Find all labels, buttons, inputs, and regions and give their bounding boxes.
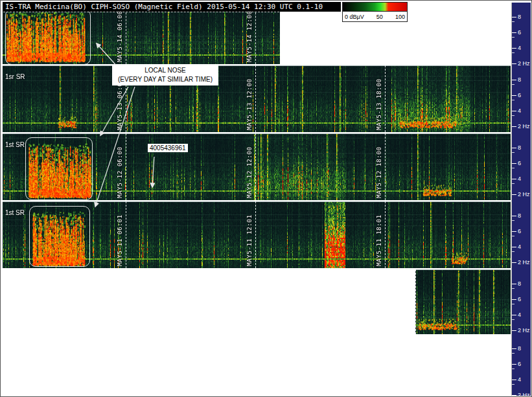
freq-tick: 2 Hz xyxy=(512,327,530,334)
freq-tick-label: 2 Hz xyxy=(518,191,530,198)
freq-tick-mark xyxy=(512,216,516,216)
time-label: MAY5-11 06:01 xyxy=(116,209,123,266)
freq-tick-label: 4 xyxy=(518,176,521,182)
freq-tick: 8 xyxy=(512,76,521,83)
freq-tick-label: 4 xyxy=(518,108,521,114)
time-label: MAY5-14 12:00 xyxy=(246,6,253,62)
freq-tick-mark xyxy=(512,315,516,315)
colorbar-gradient xyxy=(342,2,408,12)
time-label: MAY5-13 18:00 xyxy=(375,73,382,130)
colorbar: 0 dBµV 50 100 xyxy=(342,2,408,22)
freq-tick-label: 8 xyxy=(518,76,521,83)
freq-tick-label: 6 xyxy=(518,228,521,234)
freq-tick: 6 xyxy=(512,228,521,234)
freq-tick-label: 6 xyxy=(518,92,521,98)
schumann-resonance-label: 1st SR xyxy=(5,141,25,148)
freq-tick-mark xyxy=(512,48,516,49)
freq-tick-label: 8 xyxy=(518,280,521,287)
row-edge-gridline xyxy=(415,269,416,334)
freq-tick-mark xyxy=(512,95,516,96)
time-gridline xyxy=(126,133,126,200)
freq-tick-label: 4 xyxy=(518,244,521,250)
freq-tick: 6 xyxy=(512,160,521,166)
number-annotation: 4005436961 xyxy=(148,144,188,152)
colorbar-scale: 0 dBµV 50 100 xyxy=(342,12,408,22)
freq-tick-label: 6 xyxy=(518,296,521,302)
freq-tick: 4 xyxy=(512,312,521,318)
freq-tick-label: 2 Hz xyxy=(518,259,530,266)
freq-tick-label: 6 xyxy=(518,29,521,36)
freq-minor-tick xyxy=(512,84,515,85)
spectrogram-row-partial-4 xyxy=(415,269,511,334)
freq-tick-mark xyxy=(512,330,516,331)
time-gridline xyxy=(385,201,386,268)
burst-highlight-box xyxy=(5,9,91,65)
title-underline xyxy=(3,12,279,12)
frequency-axis: 8642 Hz8642 Hz8642 Hz8642 Hz8642 Hz8642 … xyxy=(511,3,531,396)
burst-highlight-box xyxy=(29,206,90,267)
freq-tick: 8 xyxy=(512,14,521,20)
spectrogram-row-MAY5-13 xyxy=(3,65,511,132)
freq-tick-mark xyxy=(512,32,516,33)
time-gridline xyxy=(255,201,256,268)
freq-tick-mark xyxy=(512,17,516,17)
freq-tick-mark xyxy=(512,284,516,284)
colorbar-mid-label: 50 xyxy=(376,14,383,20)
freq-minor-tick xyxy=(512,115,515,116)
freq-tick-label: 8 xyxy=(518,144,521,151)
freq-minor-tick xyxy=(512,21,515,22)
freq-tick: 2 Hz xyxy=(512,259,530,266)
freq-tick: 6 xyxy=(512,296,521,302)
freq-tick-label: 8 xyxy=(518,345,521,352)
freq-tick-mark xyxy=(512,395,516,396)
time-label: MAY5-12 18:00 xyxy=(375,141,382,198)
freq-tick: 2 Hz xyxy=(512,191,530,198)
local-noise-callout-line1: LOCAL NOSE xyxy=(113,66,218,75)
time-label: MAY5-13 12:00 xyxy=(246,73,253,130)
freq-tick-label: 2 Hz xyxy=(518,392,530,397)
time-label: MAY5-11 18:01 xyxy=(375,209,382,266)
freq-tick: 8 xyxy=(512,144,521,151)
freq-tick: 4 xyxy=(512,108,521,114)
freq-tick: 8 xyxy=(512,345,521,352)
freq-minor-tick xyxy=(512,236,515,236)
time-gridline xyxy=(126,201,126,268)
freq-minor-tick xyxy=(512,288,515,289)
schumann-resonance-label: 1st SR xyxy=(5,209,25,216)
time-gridline xyxy=(255,65,256,132)
row-edge-gridline xyxy=(280,3,281,64)
freq-minor-tick xyxy=(512,52,515,53)
colorbar-max-label: 100 xyxy=(395,14,405,20)
freq-minor-tick xyxy=(512,183,515,184)
freq-tick-mark xyxy=(512,247,516,247)
freq-tick: 6 xyxy=(512,361,521,367)
freq-tick-label: 6 xyxy=(518,361,521,367)
freq-tick-mark xyxy=(512,148,516,148)
freq-minor-tick xyxy=(512,168,515,168)
local-noise-callout-line2: (EVERY DAY AT SIMILAR TIME) xyxy=(113,75,218,84)
time-gridline xyxy=(385,133,386,200)
freq-tick-label: 6 xyxy=(518,160,521,166)
freq-tick: 2 Hz xyxy=(512,60,530,67)
freq-tick-label: 8 xyxy=(518,14,521,20)
freq-tick-mark xyxy=(512,80,516,80)
freq-minor-tick xyxy=(512,251,515,252)
freq-tick-mark xyxy=(512,126,516,127)
freq-tick: 4 xyxy=(512,376,521,383)
freq-tick-label: 2 Hz xyxy=(518,123,530,130)
freq-minor-tick xyxy=(512,100,515,100)
freq-tick-mark xyxy=(512,380,516,380)
freq-tick-label: 2 Hz xyxy=(518,60,530,67)
freq-tick: 4 xyxy=(512,176,521,182)
freq-tick-mark xyxy=(512,111,516,111)
spectrogram-viewer: IS-TRA Medicina(BO) CIPH-SOSO (Magnetic … xyxy=(0,0,532,397)
freq-tick-mark xyxy=(512,163,516,164)
freq-tick-mark xyxy=(512,179,516,179)
freq-tick: 4 xyxy=(512,244,521,250)
freq-tick: 4 xyxy=(512,45,521,51)
time-label: MAY5-11 12:01 xyxy=(246,209,253,266)
freq-tick: 8 xyxy=(512,212,521,219)
colorbar-min-label: 0 dBµV xyxy=(345,14,364,20)
freq-tick-mark xyxy=(512,364,516,365)
freq-minor-tick xyxy=(512,37,515,38)
